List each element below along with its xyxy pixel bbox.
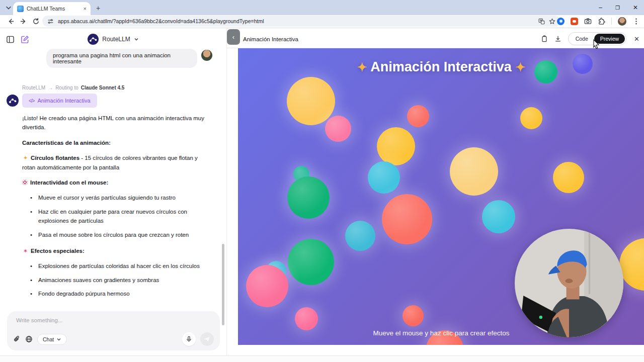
profile-avatar[interactable]: [618, 17, 626, 26]
page-bottom-strip: [0, 355, 644, 362]
extensions-puzzle-icon[interactable]: [598, 18, 605, 25]
floating-circle[interactable]: [403, 305, 424, 326]
reload-icon[interactable]: [32, 18, 40, 25]
screenshot-camera-icon[interactable]: [584, 18, 592, 25]
model-selector[interactable]: RouteLLM: [0, 31, 226, 48]
bookmark-star-icon[interactable]: [549, 18, 555, 25]
window-minimize-button[interactable]: –: [599, 4, 602, 11]
list-item: Haz clic en cualquier parte para crear n…: [22, 207, 212, 226]
tab-favicon: [17, 6, 24, 12]
chat-mode-dropdown[interactable]: Chat: [37, 334, 67, 345]
preview-back-button[interactable]: ‹: [227, 29, 240, 45]
download-icon[interactable]: [554, 35, 561, 42]
floating-circle[interactable]: [345, 221, 375, 251]
toggle-code-button[interactable]: Code: [570, 34, 594, 43]
sparkles-icon: ✦: [22, 153, 29, 162]
message-heading: Características de la animación:: [22, 138, 212, 147]
floating-circle[interactable]: [450, 147, 498, 196]
floating-circle[interactable]: [407, 105, 429, 127]
attach-paperclip-icon[interactable]: [13, 335, 21, 343]
floating-circle[interactable]: [368, 161, 400, 194]
site-settings-icon[interactable]: [47, 18, 54, 25]
user-avatar: [201, 50, 212, 61]
copy-code-icon[interactable]: [541, 35, 548, 42]
artifact-chip-label: Animación Interactiva: [37, 98, 90, 104]
floating-circle[interactable]: [553, 162, 584, 193]
browser-tab-strip: ChatLLM Teams × + – ❐ ✕: [0, 0, 644, 15]
send-button[interactable]: [200, 332, 214, 346]
floating-circle[interactable]: [377, 127, 415, 165]
message-list: programa una pagina html con una animaci…: [0, 48, 219, 305]
tab-search-icon[interactable]: [5, 4, 12, 11]
fireworks-icon: ✶: [22, 246, 29, 255]
feature-circles: ✦Círculos flotantes - 15 círculos de col…: [22, 153, 212, 172]
routing-status: RouteLLM → Routing to Claude Sonnet 4.5: [22, 85, 219, 90]
preview-title: Animación Interactiva: [243, 36, 298, 42]
code-glyph-icon: </>: [29, 98, 34, 104]
floating-circle[interactable]: [295, 307, 318, 330]
floating-circle[interactable]: [482, 200, 515, 233]
user-message-bubble: programa una pagina html con una animaci…: [46, 49, 197, 68]
list-item: Explosiones de partículas coloridas al h…: [22, 261, 212, 270]
composer-placeholder[interactable]: Write something...: [16, 317, 62, 323]
floating-circle[interactable]: [520, 107, 542, 129]
extension-orange-icon[interactable]: [571, 18, 578, 25]
model-name: RouteLLM: [102, 36, 130, 43]
floating-circle[interactable]: [288, 239, 334, 285]
mouse-cursor: [592, 39, 601, 49]
window-close-button[interactable]: ✕: [633, 4, 638, 11]
target-icon: [22, 179, 28, 185]
back-icon[interactable]: [7, 18, 15, 25]
list-item: Fondo degradado púrpura hermoso: [22, 289, 212, 298]
floating-circle[interactable]: [325, 116, 351, 142]
feature-effects-heading: ✶Efectos especiales:: [22, 246, 212, 255]
feature-mouse-heading: Interactividad con el mouse:: [22, 178, 212, 187]
preview-header: Animación Interactiva Code Preview ✕: [227, 30, 644, 48]
preview-close-icon[interactable]: ✕: [634, 35, 639, 43]
sparkles-icon: ✦: [515, 60, 525, 74]
toolbar-separator: [611, 18, 612, 25]
tab-close-icon[interactable]: ×: [84, 6, 87, 12]
mic-button[interactable]: [182, 332, 196, 346]
forward-icon[interactable]: [20, 18, 27, 25]
assistant-message-body: ¡Listo! He creado una página HTML con un…: [22, 114, 212, 305]
floating-circle[interactable]: [246, 265, 288, 307]
sparkles-icon: ✦: [357, 60, 367, 74]
floating-circle[interactable]: [287, 176, 330, 219]
window-restore-button[interactable]: ❐: [615, 5, 620, 11]
user-message-row: programa una pagina html con una animaci…: [0, 48, 219, 68]
effects-bullet-list: Explosiones de partículas coloridas al h…: [22, 261, 212, 298]
animation-canvas[interactable]: ✦ Animación Interactiva ✦: [238, 48, 644, 345]
chat-scrollbar[interactable]: [222, 244, 224, 325]
composer[interactable]: Write something... Chat: [7, 311, 220, 350]
url-bar[interactable]: apps.abacus.ai/chatllm/?appId=636a9bbc2&…: [42, 16, 560, 27]
floating-circle[interactable]: [287, 77, 335, 125]
canvas-title: ✦ Animación Interactiva ✦: [238, 59, 644, 75]
artifact-chip[interactable]: </> Animación Interactiva: [22, 94, 97, 108]
message-intro: ¡Listo! He creado una página HTML con un…: [22, 114, 212, 132]
chat-panel: RouteLLM programa una pagina html con un…: [0, 29, 226, 355]
webcam-overlay: [515, 229, 623, 337]
chevron-down-icon: [134, 37, 139, 42]
list-item: Pasa el mouse sobre los círculos para qu…: [22, 230, 212, 239]
assistant-message-row: </> Animación Interactiva: [7, 94, 219, 108]
mouse-bullet-list: Mueve el cursor y verás partículas sigui…: [22, 193, 212, 239]
new-tab-button[interactable]: +: [95, 4, 102, 12]
menu-kebab-icon[interactable]: [632, 18, 640, 25]
preview-panel: Animación Interactiva Code Preview ✕ ‹ ✦…: [226, 29, 644, 355]
extension-blue-icon[interactable]: [557, 18, 565, 25]
globe-icon[interactable]: [25, 335, 33, 343]
translate-icon[interactable]: [538, 18, 545, 25]
list-item: Animaciones suaves con gradientes y somb…: [22, 276, 212, 285]
assistant-avatar-icon: [7, 95, 19, 107]
routellm-logo-icon: [88, 34, 99, 45]
list-item: Mueve el cursor y verás partículas sigui…: [22, 193, 212, 202]
chevron-down-icon: [56, 337, 61, 342]
tab-title: ChatLLM Teams: [27, 6, 80, 12]
floating-circle[interactable]: [382, 194, 432, 244]
url-text[interactable]: apps.abacus.ai/chatllm/?appId=636a9bbc2&…: [58, 18, 534, 24]
browser-tab[interactable]: ChatLLM Teams ×: [13, 2, 91, 15]
